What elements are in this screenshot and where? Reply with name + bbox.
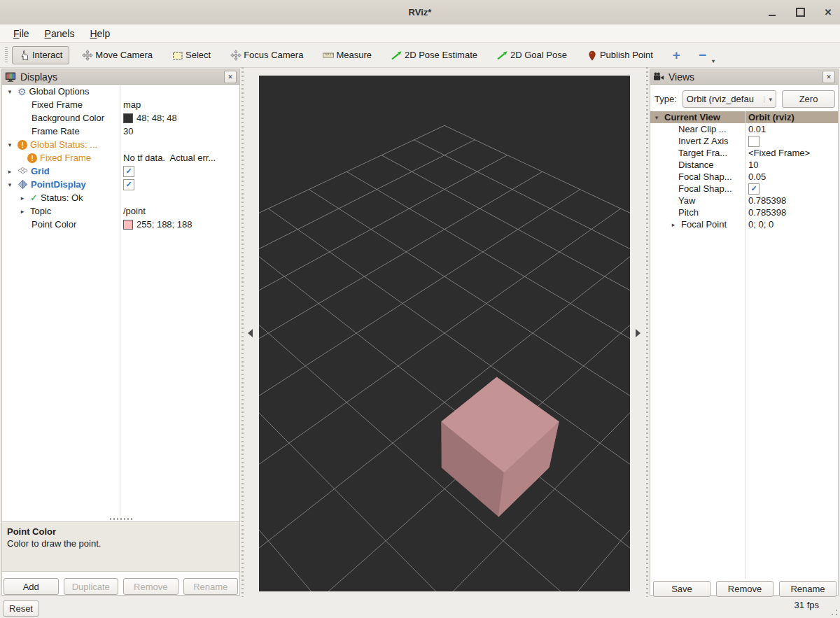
remove-button[interactable]: Remove — [716, 581, 774, 597]
checkbox-checked[interactable]: ✓ — [123, 166, 134, 177]
tool-focus-camera[interactable]: Focus Camera — [223, 46, 310, 64]
tool-publish-point[interactable]: Publish Point — [580, 46, 660, 64]
remove-tool-button[interactable]: −▾ — [692, 48, 713, 63]
maximize-icon[interactable] — [794, 6, 806, 19]
tool-select[interactable]: Select — [165, 46, 218, 64]
displays-row-background-color[interactable]: Background Color48; 48; 48 — [2, 111, 239, 125]
checkbox-checked[interactable]: ✓ — [123, 179, 134, 190]
value-text[interactable]: 0.785398 — [748, 207, 786, 218]
value-text[interactable]: map — [123, 99, 141, 110]
value-text[interactable]: /point — [123, 206, 146, 216]
diamond-icon — [18, 179, 28, 190]
right-splitter[interactable] — [646, 67, 648, 597]
displays-splitter-handle[interactable] — [110, 518, 132, 520]
property-label: Focal Point — [681, 219, 727, 230]
window-controls: ✕ — [766, 0, 834, 24]
render-viewport[interactable] — [259, 76, 630, 591]
displays-row-global-status[interactable]: ▾!Global Status: ... — [2, 138, 239, 151]
expander-right-icon[interactable]: ▸ — [18, 208, 27, 215]
expander-right-icon[interactable]: ▸ — [5, 168, 15, 175]
zero-button[interactable]: Zero — [782, 90, 835, 108]
value-text[interactable]: Orbit (rviz) — [748, 112, 794, 122]
tool-dropdown-icon[interactable]: ▾ — [712, 58, 715, 64]
value-text[interactable]: No tf data. Actual err... — [123, 153, 216, 163]
displays-row-point-color[interactable]: Point Color255; 188; 188 — [2, 218, 239, 231]
displays-row-topic[interactable]: ▸Topic/point — [2, 204, 239, 218]
property-label: Global Options — [29, 86, 90, 97]
value-text[interactable]: 0; 0; 0 — [748, 219, 774, 230]
tool-2d-pose-estimate[interactable]: 2D Pose Estimate — [384, 46, 484, 64]
expander-down-icon[interactable]: ▾ — [5, 88, 15, 95]
collapse-right-icon[interactable] — [636, 329, 640, 337]
menu-help[interactable]: Help — [82, 27, 118, 41]
add-button[interactable]: Add — [4, 578, 59, 595]
displays-close-icon[interactable]: ✕ — [224, 71, 237, 83]
views-panel-header: Views ✕ — [650, 69, 838, 85]
value-text[interactable]: 48; 48; 48 — [136, 113, 177, 123]
value-text[interactable]: <Fixed Frame> — [748, 148, 810, 158]
close-icon[interactable]: ✕ — [822, 6, 834, 19]
toolbar-drag-handle-icon[interactable] — [4, 47, 8, 64]
expander-down-icon[interactable]: ▾ — [5, 141, 15, 148]
tool-2d-goal-pose[interactable]: 2D Goal Pose — [490, 46, 574, 64]
tool-move-camera[interactable]: Move Camera — [75, 46, 160, 64]
minimize-icon[interactable] — [766, 6, 778, 19]
resize-grip-icon[interactable] — [831, 609, 838, 616]
value-text[interactable]: 0.05 — [748, 171, 766, 182]
property-label: Focal Shap... — [678, 183, 732, 194]
value-text[interactable]: 0.785398 — [748, 195, 786, 206]
expander-right-icon[interactable]: ▸ — [668, 221, 678, 228]
views-row-focal-point[interactable]: ▸Focal Point0; 0; 0 — [650, 218, 838, 230]
tool-measure[interactable]: Measure — [316, 46, 379, 64]
checkbox-checked[interactable]: ✓ — [748, 183, 760, 195]
displays-row-pointdisplay[interactable]: ▾PointDisplay✓ — [2, 178, 239, 191]
property-value: 10 — [745, 160, 838, 170]
views-row-yaw[interactable]: Yaw0.785398 — [650, 195, 838, 206]
expander-right-icon[interactable]: ▸ — [18, 195, 27, 202]
value-text[interactable]: 30 — [123, 126, 133, 136]
property-value: ✓ — [745, 183, 838, 195]
color-swatch[interactable] — [123, 113, 133, 123]
views-row-pitch[interactable]: Pitch0.785398 — [650, 206, 838, 218]
views-row-invert-z-axis[interactable]: Invert Z Axis — [650, 135, 838, 147]
property-description-body: Color to draw the point. — [7, 538, 234, 549]
3d-scene-svg[interactable] — [259, 76, 630, 591]
property-label: Invert Z Axis — [678, 136, 729, 146]
displays-row-status-ok[interactable]: ▸✓Status: Ok — [2, 191, 239, 204]
color-swatch[interactable] — [123, 220, 133, 230]
displays-row-global-options[interactable]: ▾⚙Global Options — [2, 85, 239, 98]
value-text[interactable]: 0.01 — [748, 124, 766, 134]
displays-row-frame-rate[interactable]: Frame Rate30 — [2, 125, 239, 138]
collapse-left-icon[interactable] — [248, 329, 253, 337]
views-tree: ▾Current ViewOrbit (rviz)Near Clip ...0.… — [650, 111, 838, 579]
views-row-near-clip[interactable]: Near Clip ...0.01 — [650, 123, 838, 135]
tool-interact[interactable]: Interact — [12, 46, 69, 64]
views-panel: Views ✕ Type: Orbit (rviz_defau ▾ Zero ▾… — [650, 69, 839, 596]
displays-row-fixed-frame[interactable]: !Fixed FrameNo tf data. Actual err... — [2, 151, 239, 164]
value-text[interactable]: 255; 188; 188 — [136, 219, 192, 230]
displays-row-grid[interactable]: ▸Grid✓ — [2, 164, 239, 178]
views-row-focal-shap[interactable]: Focal Shap...0.05 — [650, 171, 838, 183]
menu-panels[interactable]: Panels — [37, 27, 83, 41]
menu-file[interactable]: File — [6, 27, 37, 41]
expander-down-icon[interactable]: ▾ — [5, 181, 15, 188]
add-tool-button[interactable]: + — [666, 48, 687, 63]
views-row-current-view[interactable]: ▾Current ViewOrbit (rviz) — [650, 111, 838, 123]
checkbox-unchecked[interactable] — [748, 136, 760, 147]
value-text[interactable]: 10 — [748, 160, 758, 170]
left-splitter[interactable] — [241, 67, 244, 597]
view-type-select[interactable]: Orbit (rviz_defau ▾ — [682, 90, 776, 108]
expander-down-icon[interactable]: ▾ — [652, 114, 662, 121]
property-value: /point — [120, 206, 239, 216]
views-row-focal-shap[interactable]: Focal Shap...✓ — [650, 183, 838, 195]
views-row-target-fra[interactable]: Target Fra...<Fixed Frame> — [650, 147, 838, 159]
property-value: ✓ — [120, 166, 239, 177]
reset-button[interactable]: Reset — [3, 601, 39, 617]
views-row-distance[interactable]: Distance10 — [650, 159, 838, 171]
displays-row-fixed-frame[interactable]: Fixed Framemap — [2, 98, 239, 111]
property-label: Focal Shap... — [678, 171, 732, 182]
rename-button[interactable]: Rename — [779, 581, 836, 597]
save-button[interactable]: Save — [653, 581, 710, 597]
property-value: ✓ — [120, 179, 239, 190]
views-close-icon[interactable]: ✕ — [822, 71, 835, 83]
